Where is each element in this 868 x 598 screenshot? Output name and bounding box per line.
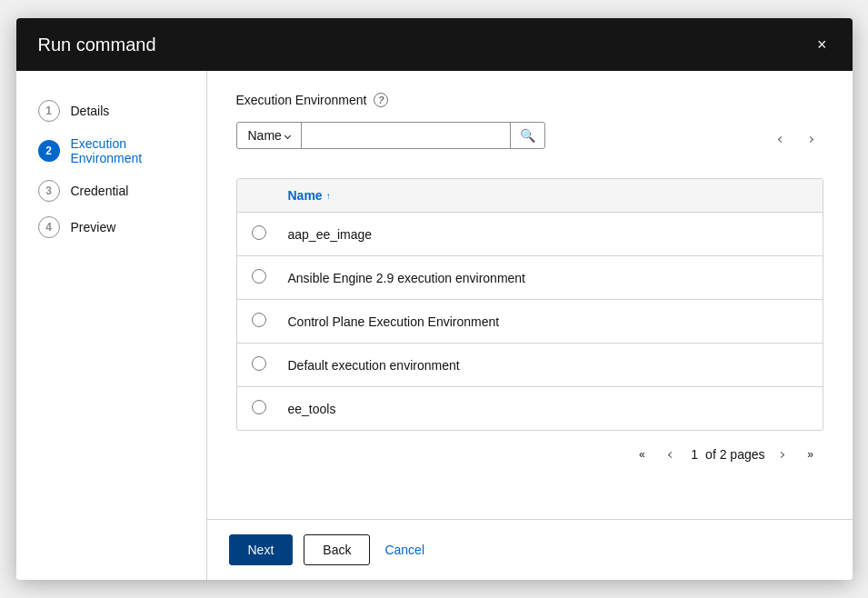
radio-cell-4 [252,400,288,417]
radio-cell-1 [252,269,288,286]
table-header: Name ↑ [237,179,823,213]
help-icon[interactable]: ? [374,93,388,107]
step-num-2: 2 [38,140,60,162]
radio-default-execution[interactable] [252,356,266,371]
chevron-right-icon [807,135,813,142]
radio-cell-3 [252,356,288,374]
radio-cell-2 [252,313,288,330]
top-pagination [769,126,823,152]
run-command-modal: Run command × 1 Details 2 Execution Envi… [16,18,853,580]
modal-wrapper: Run command × 1 Details 2 Execution Envi… [0,0,868,598]
sidebar-label-preview: Preview [71,220,116,234]
main-content: Execution Environment ? Name 🔍 [207,71,853,580]
sort-asc-icon: ↑ [326,191,331,201]
top-prev-button[interactable] [769,126,794,152]
table-row: ee_tools [237,387,823,430]
section-title: Execution Environment ? [236,93,823,107]
section-title-text: Execution Environment [236,93,367,107]
last-page-button[interactable]: » [798,442,823,467]
filter-label: Name [248,128,282,143]
search-input[interactable] [302,123,510,148]
search-button[interactable]: 🔍 [510,123,544,148]
modal-title: Run command [38,35,156,55]
prev-page-button[interactable] [658,442,683,467]
radio-ee-tools[interactable] [252,400,266,414]
table-row: Control Plane Execution Environment [237,300,823,344]
sidebar-label-execution-environment: Execution Environment [71,136,185,165]
step-num-3: 3 [38,180,60,202]
next-button[interactable]: Next [229,534,294,565]
cancel-button[interactable]: Cancel [381,535,428,564]
search-bar: Name 🔍 [236,122,545,149]
radio-aap-ee-image[interactable] [252,225,266,240]
close-button[interactable]: × [813,33,831,56]
row-name-0: aap_ee_image [288,227,808,242]
back-button[interactable]: Back [304,534,370,565]
first-page-button[interactable]: « [629,442,654,467]
radio-cell-0 [252,225,288,243]
modal-header: Run command × [16,18,853,71]
chevron-down-icon [284,132,291,138]
sidebar-label-details: Details [71,104,110,118]
sidebar-label-credential: Credential [71,184,129,198]
current-page: 1 [687,447,702,462]
search-icon: 🔍 [520,128,535,143]
filter-dropdown[interactable]: Name [237,123,302,148]
row-name-1: Ansible Engine 2.9 execution environment [288,271,808,285]
next-page-button[interactable] [769,442,794,467]
row-name-3: Default execution environment [288,358,808,373]
sidebar-item-preview[interactable]: 4 Preview [16,209,206,245]
radio-ansible-engine[interactable] [252,269,266,284]
table-row: Default execution environment [237,344,823,387]
sidebar-item-details[interactable]: 1 Details [16,93,206,129]
chevron-left-icon [778,135,784,142]
top-next-button[interactable] [798,126,823,152]
name-col-header[interactable]: Name ↑ [288,188,808,203]
modal-footer: Next Back Cancel [207,519,853,580]
name-col-label: Name [288,188,323,203]
sidebar-item-execution-environment[interactable]: 2 Execution Environment [16,129,206,173]
double-chevron-left-icon: « [639,448,645,461]
step-num-1: 1 [38,100,60,122]
sidebar: 1 Details 2 Execution Environment 3 Cred… [16,71,207,580]
sidebar-item-credential[interactable]: 3 Credential [16,173,206,209]
environments-table: Name ↑ aap_ee_image [236,178,823,431]
next-icon [778,451,784,457]
row-name-4: ee_tools [288,402,808,416]
table-row: Ansible Engine 2.9 execution environment [237,256,823,300]
bottom-pagination: « 1 of 2 pages » [236,431,823,471]
radio-control-plane[interactable] [252,313,266,327]
row-name-2: Control Plane Execution Environment [288,314,808,329]
double-chevron-right-icon: » [807,448,813,461]
content-area: Execution Environment ? Name 🔍 [207,71,853,519]
step-num-4: 4 [38,216,60,238]
table-row: aap_ee_image [237,213,823,256]
of-pages-text: of 2 pages [705,447,764,462]
modal-body: 1 Details 2 Execution Environment 3 Cred… [16,71,853,580]
prev-icon [668,451,674,457]
